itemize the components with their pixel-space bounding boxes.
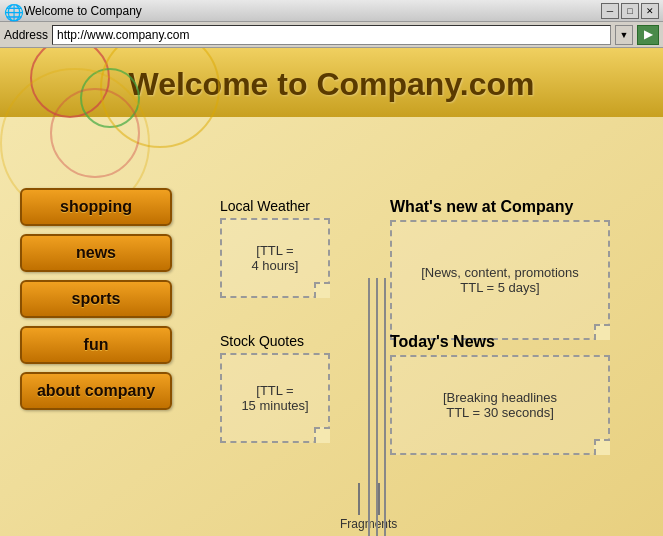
nav-shopping[interactable]: shopping: [20, 188, 172, 226]
nav-news[interactable]: news: [20, 234, 172, 272]
stocks-section: Stock Quotes [TTL =15 minutes]: [220, 333, 330, 443]
todays-news-box: [Breaking headlinesTTL = 30 seconds]: [390, 355, 610, 455]
titlebar-left: 🌐 Welcome to Company: [4, 3, 142, 19]
window-icon: 🌐: [4, 3, 20, 19]
stocks-box-corner: [314, 427, 330, 443]
weather-box-corner: [314, 282, 330, 298]
todays-news-title: Today's News: [390, 333, 610, 351]
weather-text: [TTL =4 hours]: [252, 243, 299, 273]
close-button[interactable]: ✕: [641, 3, 659, 19]
connector-line-2: [376, 278, 378, 536]
restore-button[interactable]: □: [621, 3, 639, 19]
minimize-button[interactable]: ─: [601, 3, 619, 19]
stocks-text: [TTL =15 minutes]: [241, 383, 308, 413]
connector-line-3: [384, 278, 386, 536]
weather-title: Local Weather: [220, 198, 330, 214]
whats-new-text: [News, content, promotionsTTL = 5 days]: [421, 265, 579, 295]
titlebar-controls[interactable]: ─ □ ✕: [601, 3, 659, 19]
connector-line-1: [368, 278, 370, 536]
main-content: Welcome to Company.com shopping news spo…: [0, 48, 663, 536]
window-title: Welcome to Company: [24, 4, 142, 18]
weather-section: Local Weather [TTL =4 hours]: [220, 198, 330, 298]
page-title: Welcome to Company.com: [129, 66, 535, 102]
address-label: Address: [4, 28, 48, 42]
address-input[interactable]: [52, 25, 611, 45]
stocks-box: [TTL =15 minutes]: [220, 353, 330, 443]
address-bar: Address ▼ ▶: [0, 22, 663, 48]
todays-news-box-corner: [594, 439, 610, 455]
nav-sports[interactable]: sports: [20, 280, 172, 318]
whats-new-title: What's new at Company: [390, 198, 610, 216]
titlebar: 🌐 Welcome to Company ─ □ ✕: [0, 0, 663, 22]
todays-news-section: Today's News [Breaking headlinesTTL = 30…: [390, 333, 610, 455]
go-button[interactable]: ▶: [637, 25, 659, 45]
weather-box: [TTL =4 hours]: [220, 218, 330, 298]
todays-news-text: [Breaking headlinesTTL = 30 seconds]: [443, 390, 557, 420]
nav-about-company[interactable]: about company: [20, 372, 172, 410]
whats-new-box: [News, content, promotionsTTL = 5 days]: [390, 220, 610, 340]
nav-sidebar: shopping news sports fun about company: [20, 188, 172, 410]
nav-fun[interactable]: fun: [20, 326, 172, 364]
stocks-title: Stock Quotes: [220, 333, 330, 349]
address-dropdown[interactable]: ▼: [615, 25, 633, 45]
page-header: Welcome to Company.com: [0, 48, 663, 117]
whats-new-section: What's new at Company [News, content, pr…: [390, 198, 610, 340]
frag-line-1: [358, 483, 360, 515]
